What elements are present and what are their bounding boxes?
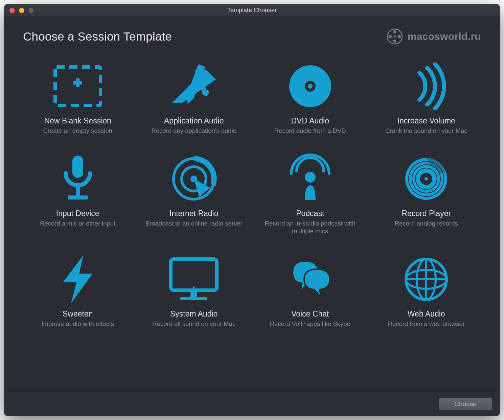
template-title: Web Audio	[408, 309, 445, 319]
application-audio-icon	[163, 61, 224, 112]
template-title: Record Player	[402, 209, 451, 218]
template-desc: Record VoIP apps like Skype	[270, 320, 350, 328]
template-desc: Record from a web browser	[388, 320, 465, 328]
increase-volume-icon	[396, 61, 457, 112]
template-title: DVD Audio	[291, 116, 329, 125]
template-desc: Record an in-studio podcast with multipl…	[259, 219, 361, 235]
svg-rect-8	[76, 78, 79, 87]
record-player-icon	[396, 154, 457, 204]
titlebar: Template Chooser	[4, 4, 500, 17]
choose-button[interactable]: Choose	[438, 398, 492, 411]
template-system-audio[interactable]: System Audio Record all sound on your Ma…	[139, 252, 249, 330]
svg-rect-19	[68, 195, 88, 200]
web-audio-icon	[396, 254, 457, 305]
window-title: Template Chooser	[4, 7, 500, 14]
template-desc: Improve audio with effects	[41, 320, 114, 328]
svg-point-24	[305, 172, 316, 183]
svg-rect-32	[171, 259, 217, 290]
svg-point-16	[308, 84, 313, 89]
svg-point-30	[425, 177, 428, 181]
page-title: Choose a Session Template	[23, 30, 172, 43]
template-desc: Record analog records	[395, 219, 458, 227]
template-desc: Crank the sound on your Mac	[385, 127, 467, 135]
input-device-icon	[47, 154, 108, 204]
svg-point-5	[394, 36, 396, 38]
choose-button-label: Choose	[454, 400, 477, 408]
close-button[interactable]	[9, 8, 15, 13]
templates-grid: New Blank Session Create an empty sessio…	[23, 59, 481, 330]
svg-rect-17	[72, 156, 83, 178]
template-increase-volume[interactable]: Increase Volume Crank the sound on your …	[372, 59, 481, 137]
film-reel-icon	[387, 28, 403, 45]
template-new-blank-session[interactable]: New Blank Session Create an empty sessio…	[23, 59, 133, 137]
svg-point-2	[393, 40, 396, 43]
template-title: Sweeten	[63, 309, 93, 319]
template-desc: Broadcast to an online radio server	[145, 219, 243, 227]
template-application-audio[interactable]: Application Audio Record any application…	[139, 59, 249, 137]
template-record-player[interactable]: Record Player Record analog records	[372, 151, 481, 237]
template-web-audio[interactable]: Web Audio Record from a web browser	[372, 252, 481, 330]
svg-point-3	[389, 35, 392, 38]
voice-chat-icon	[280, 254, 341, 305]
watermark-text: macosworld.ru	[408, 31, 481, 42]
svg-marker-31	[63, 255, 93, 303]
template-title: Increase Volume	[397, 116, 455, 125]
dvd-audio-icon	[280, 61, 341, 112]
template-desc: Record a mic or other input	[40, 219, 115, 227]
svg-point-1	[393, 30, 396, 33]
template-title: Internet Radio	[169, 209, 218, 218]
template-desc: Record all sound on your Mac	[152, 320, 235, 328]
template-title: Input Device	[56, 209, 99, 218]
header-row: Choose a Session Template macosworld.ru	[23, 28, 481, 45]
template-title: New Blank Session	[44, 116, 111, 125]
sweeten-icon	[47, 254, 108, 305]
template-podcast[interactable]: Podcast Record an in-studio podcast with…	[255, 151, 365, 237]
zoom-button[interactable]	[28, 8, 34, 13]
svg-point-35	[193, 286, 195, 288]
template-title: Application Audio	[164, 116, 224, 125]
content-area: Choose a Session Template macosworld.ru	[4, 17, 500, 392]
template-voice-chat[interactable]: Voice Chat Record VoIP apps like Skype	[255, 252, 365, 330]
template-chooser-window: Template Chooser Choose a Session Templa…	[4, 4, 500, 416]
svg-rect-34	[180, 297, 207, 300]
template-dvd-audio[interactable]: DVD Audio Record audio from a DVD	[255, 59, 365, 137]
svg-rect-18	[76, 186, 80, 196]
traffic-lights	[9, 8, 34, 13]
template-title: System Audio	[170, 309, 218, 319]
new-blank-icon	[47, 61, 108, 112]
minimize-button[interactable]	[19, 8, 24, 13]
svg-rect-33	[190, 291, 197, 297]
podcast-icon	[280, 154, 341, 204]
watermark: macosworld.ru	[387, 28, 481, 45]
template-input-device[interactable]: Input Device Record a mic or other input	[23, 151, 133, 237]
template-desc: Record audio from a DVD	[274, 127, 346, 135]
template-desc: Create an empty session	[43, 127, 112, 135]
template-title: Voice Chat	[291, 309, 329, 319]
template-internet-radio[interactable]: Internet Radio Broadcast to an online ra…	[139, 151, 249, 237]
template-desc: Record any application's audio	[152, 127, 236, 135]
template-sweeten[interactable]: Sweeten Improve audio with effects	[23, 252, 133, 330]
footer: Choose	[4, 392, 500, 416]
template-title: Podcast	[296, 209, 324, 218]
system-audio-icon	[163, 254, 224, 305]
svg-point-4	[398, 35, 401, 38]
internet-radio-icon	[163, 154, 224, 204]
